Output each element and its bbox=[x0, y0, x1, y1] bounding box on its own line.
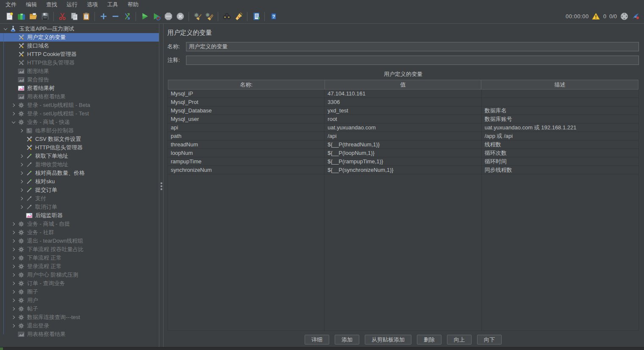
table-cell[interactable]: /app 或 /api bbox=[482, 132, 638, 140]
tree-item[interactable]: 用表格察看结果 bbox=[0, 330, 159, 339]
table-cell[interactable]: 数据库账号 bbox=[482, 115, 638, 123]
tree-item[interactable]: 察看结果树 bbox=[0, 84, 159, 92]
remove-icon[interactable] bbox=[110, 11, 120, 22]
clear-icon[interactable] bbox=[192, 11, 203, 22]
chevron-right-icon[interactable] bbox=[10, 101, 17, 109]
tree-item[interactable]: 用表格察看结果 bbox=[0, 92, 159, 101]
column-header[interactable]: 名称: bbox=[168, 80, 325, 89]
start-no-pauses-icon[interactable] bbox=[151, 11, 161, 22]
chevron-right-icon[interactable] bbox=[10, 228, 17, 237]
detail-button[interactable]: 详细 bbox=[305, 335, 329, 344]
tree-item[interactable]: 核对商品数量、价格 bbox=[0, 169, 159, 177]
table-cell[interactable] bbox=[482, 98, 638, 106]
tree-item[interactable]: CSV 数据文件设置 bbox=[0, 135, 159, 143]
chevron-right-icon[interactable] bbox=[18, 177, 25, 186]
chevron-right-icon[interactable] bbox=[10, 313, 17, 322]
tree-item[interactable]: 登录流程 正常 bbox=[0, 262, 159, 271]
chevron-right-icon[interactable] bbox=[18, 186, 25, 194]
chevron-right-icon[interactable] bbox=[18, 126, 25, 135]
tree-item[interactable]: 支付 bbox=[0, 194, 159, 203]
table-cell[interactable]: 循环次数 bbox=[482, 149, 638, 157]
table-cell[interactable]: synchronizeNum bbox=[168, 166, 325, 174]
new-file-icon[interactable] bbox=[4, 11, 14, 22]
table-cell[interactable]: uat.yuxuandao.com bbox=[325, 123, 481, 132]
table-cell[interactable]: rampupTime bbox=[168, 157, 325, 165]
menu-help[interactable]: 帮助 bbox=[123, 0, 143, 10]
tree-item[interactable]: 提交订单 bbox=[0, 186, 159, 194]
shutdown-icon[interactable] bbox=[175, 11, 185, 22]
column-header[interactable]: 描述 bbox=[481, 80, 638, 89]
start-icon[interactable] bbox=[139, 11, 150, 22]
menu-file[interactable]: 文件 bbox=[1, 0, 21, 10]
add-from-clipboard-button[interactable]: 从剪贴板添加 bbox=[365, 335, 411, 344]
table-cell[interactable]: ${__P(synchronizeNum,1)} bbox=[325, 166, 481, 174]
save-icon[interactable] bbox=[40, 11, 50, 22]
tree-item[interactable]: 订单 - 查询业务 bbox=[0, 279, 159, 288]
chevron-right-icon[interactable] bbox=[10, 245, 17, 254]
menu-tools[interactable]: 工具 bbox=[103, 0, 123, 10]
panel-splitter[interactable] bbox=[159, 24, 164, 347]
help-icon[interactable]: ? bbox=[268, 11, 278, 22]
tree-item[interactable]: 登录 - setUp线程组 - Beta bbox=[0, 101, 159, 109]
chevron-right-icon[interactable] bbox=[10, 262, 17, 271]
clear-all-icon[interactable] bbox=[204, 11, 214, 22]
tree-item[interactable]: HTTP Cookie管理器 bbox=[0, 50, 159, 59]
jmeter-logo-icon[interactable] bbox=[631, 12, 640, 21]
tree-item[interactable]: 下单流程 正常 bbox=[0, 254, 159, 262]
table-cell[interactable]: Mysql_user bbox=[168, 115, 325, 123]
comments-input[interactable] bbox=[186, 56, 639, 65]
clear-search-icon[interactable] bbox=[233, 11, 244, 22]
tree-item[interactable]: 圈子 bbox=[0, 288, 159, 296]
table-cell[interactable]: 同步线程数 bbox=[482, 166, 638, 174]
chevron-right-icon[interactable] bbox=[10, 237, 17, 245]
table-cell[interactable]: Mysql_Prot bbox=[168, 98, 325, 106]
tree-item[interactable]: 业务 - 商城 - 快递 bbox=[0, 118, 159, 126]
chevron-right-icon[interactable] bbox=[10, 296, 17, 305]
tree-item[interactable]: 聚合报告 bbox=[0, 76, 159, 84]
chevron-down-icon[interactable] bbox=[10, 118, 17, 126]
table-cell[interactable]: root bbox=[325, 115, 481, 123]
table-cell[interactable]: loopNum bbox=[168, 149, 325, 157]
chevron-right-icon[interactable] bbox=[10, 271, 17, 279]
table-cell[interactable]: /api bbox=[325, 132, 481, 140]
chevron-right-icon[interactable] bbox=[10, 254, 17, 262]
table-cell[interactable]: 线程数 bbox=[482, 140, 638, 148]
tree-item[interactable]: 获取下单地址 bbox=[0, 152, 159, 160]
table-cell[interactable]: 数据库名 bbox=[482, 106, 638, 115]
delete-button[interactable]: 删除 bbox=[417, 335, 441, 344]
add-icon[interactable] bbox=[98, 11, 108, 22]
chevron-right-icon[interactable] bbox=[10, 109, 17, 118]
cut-icon[interactable] bbox=[57, 11, 67, 22]
warning-icon[interactable] bbox=[592, 12, 600, 21]
tree-item[interactable]: 图形结果 bbox=[0, 67, 159, 76]
chevron-right-icon[interactable] bbox=[18, 152, 25, 160]
chevron-right-icon[interactable] bbox=[18, 194, 25, 203]
tree-item[interactable]: 数据库连接查询---test bbox=[0, 313, 159, 322]
chevron-right-icon[interactable] bbox=[18, 169, 25, 177]
menu-edit[interactable]: 编辑 bbox=[21, 0, 42, 10]
tree-item[interactable]: 临界部分控制器 bbox=[0, 126, 159, 135]
chevron-right-icon[interactable] bbox=[10, 305, 17, 313]
chevron-right-icon[interactable] bbox=[10, 322, 17, 330]
table-cell[interactable]: threadNum bbox=[168, 140, 325, 148]
tree-item[interactable]: 后端监听器 bbox=[0, 211, 159, 220]
table-cell[interactable]: yxd_test bbox=[325, 106, 481, 115]
tree-item[interactable]: 新增收货地址 bbox=[0, 160, 159, 169]
chevron-right-icon[interactable] bbox=[10, 288, 17, 296]
search-icon[interactable] bbox=[222, 11, 232, 22]
menu-run[interactable]: 运行 bbox=[62, 0, 82, 10]
chevron-right-icon[interactable] bbox=[10, 220, 17, 228]
table-empty-area[interactable] bbox=[168, 174, 638, 330]
tree-item[interactable]: HTTP信息头管理器 bbox=[0, 59, 159, 67]
chevron-right-icon[interactable] bbox=[18, 203, 25, 211]
table-cell[interactable]: 3306 bbox=[325, 98, 481, 106]
table-cell[interactable]: api bbox=[168, 123, 325, 132]
toggle-icon[interactable] bbox=[122, 11, 132, 22]
tree-item[interactable]: 下单流程 按吞吐量占比 bbox=[0, 245, 159, 254]
function-helper-icon[interactable] bbox=[251, 11, 261, 22]
table-cell[interactable]: ${__P(loopNum,1)} bbox=[325, 149, 481, 157]
chevron-down-icon[interactable] bbox=[2, 25, 9, 33]
paste-icon[interactable] bbox=[81, 11, 91, 22]
copy-icon[interactable] bbox=[69, 11, 79, 22]
tree-item[interactable]: 帖子 bbox=[0, 305, 159, 313]
